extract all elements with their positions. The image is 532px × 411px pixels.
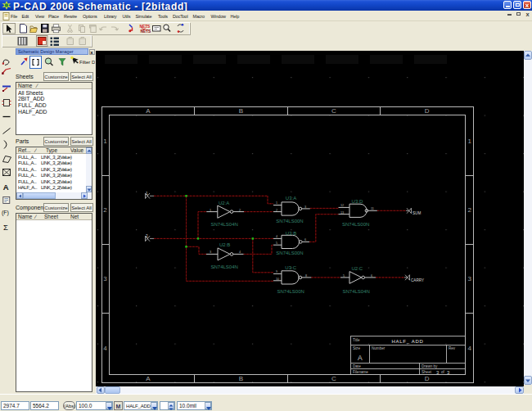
svg-text:U3:B: U3:B	[286, 231, 296, 236]
svg-text:9: 9	[276, 270, 277, 273]
svg-text:SN74LS00N: SN74LS00N	[277, 289, 304, 294]
svg-text:6: 6	[371, 274, 372, 278]
svg-text:4: 4	[468, 345, 472, 352]
svg-text:2: 2	[276, 209, 277, 212]
svg-text:Title: Title	[353, 338, 360, 342]
svg-text:HALF_ ADD: HALF_ ADD	[392, 339, 424, 344]
svg-text:2: 2	[468, 206, 472, 214]
svg-text:Number: Number	[372, 346, 385, 350]
svg-text:A: A	[146, 375, 151, 382]
svg-text:Filename: Filename	[353, 370, 368, 374]
svg-text:3: 3	[210, 251, 211, 254]
svg-text:U3:A: U3:A	[286, 196, 296, 201]
svg-text:11: 11	[371, 207, 374, 210]
svg-text:D: D	[425, 375, 430, 382]
svg-text:Filter D: Filter D	[79, 60, 95, 65]
svg-text:2: 2	[103, 206, 107, 214]
svg-text:Drawn by: Drawn by	[422, 364, 438, 368]
svg-text:U2:C: U2:C	[352, 266, 363, 271]
svg-text:SN74LS04N: SN74LS04N	[211, 264, 238, 269]
svg-text:B: B	[239, 375, 243, 382]
svg-text:2: 2	[239, 209, 241, 212]
svg-text:8: 8	[305, 274, 307, 278]
svg-text:4: 4	[103, 345, 107, 352]
svg-text:3: 3	[103, 275, 107, 282]
svg-text:2: 2	[146, 234, 148, 238]
svg-text:4: 4	[239, 251, 241, 254]
svg-text:U3:C: U3:C	[285, 265, 296, 270]
svg-text:SUM: SUM	[413, 211, 421, 215]
svg-text:SN74LS00N: SN74LS00N	[276, 219, 303, 224]
svg-text:SN74LS04N: SN74LS04N	[343, 289, 370, 294]
svg-text:5: 5	[343, 274, 345, 278]
svg-text:1: 1	[210, 209, 211, 212]
svg-text:A: A	[358, 354, 363, 362]
svg-text:12: 12	[340, 204, 344, 207]
svg-text:13: 13	[340, 211, 344, 215]
svg-text:6: 6	[304, 238, 306, 242]
svg-text:Rev: Rev	[449, 346, 456, 350]
svg-text:U2:A: U2:A	[219, 201, 229, 206]
svg-text:1: 1	[146, 192, 148, 196]
svg-text:1: 1	[276, 201, 277, 205]
svg-text:10: 10	[276, 278, 279, 281]
svg-text:1: 1	[103, 138, 107, 145]
svg-text:Sheet: Sheet	[422, 370, 432, 374]
svg-text:B: B	[239, 107, 243, 115]
svg-text:1: 1	[468, 138, 472, 145]
svg-text:Size: Size	[353, 346, 360, 350]
svg-text:4: 4	[276, 235, 277, 238]
svg-text:U2:B: U2:B	[219, 242, 230, 247]
svg-text:CARRY: CARRY	[411, 278, 424, 282]
svg-text:A: A	[3, 183, 9, 192]
svg-text:C: C	[331, 107, 336, 115]
svg-text:3: 3	[304, 206, 306, 209]
svg-text:3: 3	[468, 275, 472, 282]
svg-text:C: C	[331, 375, 336, 382]
svg-text:D: D	[425, 107, 430, 115]
svg-text:SN74LS04N: SN74LS04N	[211, 222, 238, 227]
svg-text:(F): (F)	[2, 210, 9, 216]
svg-text:SN74LS00N: SN74LS00N	[342, 222, 369, 227]
svg-text:5: 5	[276, 242, 277, 245]
svg-text:U3:D: U3:D	[352, 199, 363, 204]
svg-text:Date: Date	[353, 364, 361, 368]
svg-text:A: A	[146, 107, 151, 115]
svg-text:SN74LS00N: SN74LS00N	[276, 251, 303, 255]
svg-text:Σ: Σ	[3, 223, 8, 232]
